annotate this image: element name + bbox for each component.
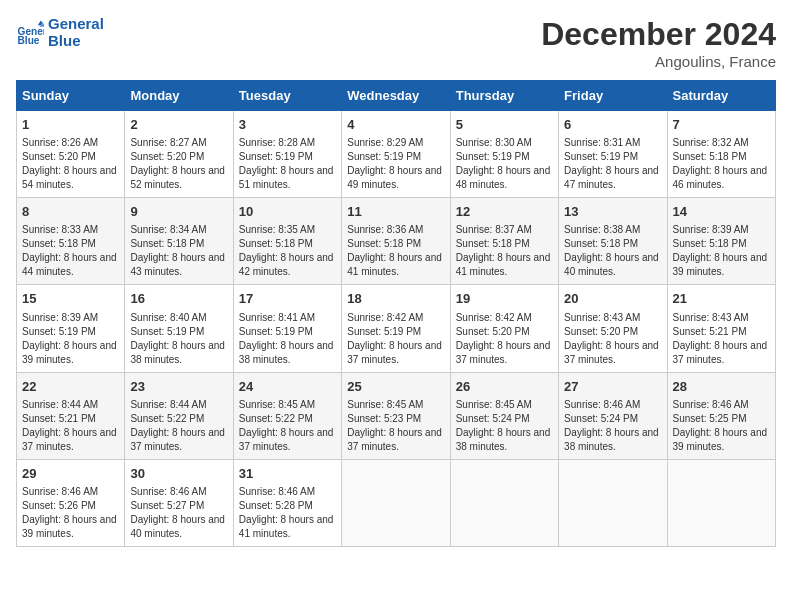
calendar-cell: 23Sunrise: 8:44 AM Sunset: 5:22 PM Dayli… bbox=[125, 372, 233, 459]
calendar-cell: 8Sunrise: 8:33 AM Sunset: 5:18 PM Daylig… bbox=[17, 198, 125, 285]
calendar-header-row: SundayMondayTuesdayWednesdayThursdayFrid… bbox=[17, 81, 776, 111]
day-detail: Sunrise: 8:45 AM Sunset: 5:24 PM Dayligh… bbox=[456, 398, 553, 454]
day-number: 31 bbox=[239, 465, 336, 483]
day-number: 21 bbox=[673, 290, 770, 308]
day-detail: Sunrise: 8:46 AM Sunset: 5:27 PM Dayligh… bbox=[130, 485, 227, 541]
calendar-table: SundayMondayTuesdayWednesdayThursdayFrid… bbox=[16, 80, 776, 547]
day-detail: Sunrise: 8:43 AM Sunset: 5:20 PM Dayligh… bbox=[564, 311, 661, 367]
calendar-cell: 2Sunrise: 8:27 AM Sunset: 5:20 PM Daylig… bbox=[125, 111, 233, 198]
day-detail: Sunrise: 8:40 AM Sunset: 5:19 PM Dayligh… bbox=[130, 311, 227, 367]
day-detail: Sunrise: 8:34 AM Sunset: 5:18 PM Dayligh… bbox=[130, 223, 227, 279]
calendar-cell: 4Sunrise: 8:29 AM Sunset: 5:19 PM Daylig… bbox=[342, 111, 450, 198]
calendar-cell: 20Sunrise: 8:43 AM Sunset: 5:20 PM Dayli… bbox=[559, 285, 667, 372]
day-detail: Sunrise: 8:32 AM Sunset: 5:18 PM Dayligh… bbox=[673, 136, 770, 192]
day-detail: Sunrise: 8:46 AM Sunset: 5:28 PM Dayligh… bbox=[239, 485, 336, 541]
logo-wordmark: General Blue bbox=[48, 16, 104, 49]
day-detail: Sunrise: 8:28 AM Sunset: 5:19 PM Dayligh… bbox=[239, 136, 336, 192]
day-number: 17 bbox=[239, 290, 336, 308]
calendar-cell: 13Sunrise: 8:38 AM Sunset: 5:18 PM Dayli… bbox=[559, 198, 667, 285]
logo-icon: General Blue bbox=[16, 19, 44, 47]
calendar-cell: 29Sunrise: 8:46 AM Sunset: 5:26 PM Dayli… bbox=[17, 459, 125, 546]
day-number: 25 bbox=[347, 378, 444, 396]
day-number: 27 bbox=[564, 378, 661, 396]
day-number: 7 bbox=[673, 116, 770, 134]
logo-line1: General bbox=[48, 16, 104, 33]
day-number: 26 bbox=[456, 378, 553, 396]
day-detail: Sunrise: 8:38 AM Sunset: 5:18 PM Dayligh… bbox=[564, 223, 661, 279]
calendar-cell bbox=[559, 459, 667, 546]
svg-text:Blue: Blue bbox=[18, 34, 40, 45]
calendar-cell: 12Sunrise: 8:37 AM Sunset: 5:18 PM Dayli… bbox=[450, 198, 558, 285]
calendar-cell: 9Sunrise: 8:34 AM Sunset: 5:18 PM Daylig… bbox=[125, 198, 233, 285]
calendar-cell: 17Sunrise: 8:41 AM Sunset: 5:19 PM Dayli… bbox=[233, 285, 341, 372]
day-number: 2 bbox=[130, 116, 227, 134]
day-detail: Sunrise: 8:46 AM Sunset: 5:25 PM Dayligh… bbox=[673, 398, 770, 454]
day-detail: Sunrise: 8:31 AM Sunset: 5:19 PM Dayligh… bbox=[564, 136, 661, 192]
day-number: 12 bbox=[456, 203, 553, 221]
day-number: 15 bbox=[22, 290, 119, 308]
day-detail: Sunrise: 8:30 AM Sunset: 5:19 PM Dayligh… bbox=[456, 136, 553, 192]
day-detail: Sunrise: 8:44 AM Sunset: 5:21 PM Dayligh… bbox=[22, 398, 119, 454]
day-detail: Sunrise: 8:39 AM Sunset: 5:18 PM Dayligh… bbox=[673, 223, 770, 279]
calendar-cell: 19Sunrise: 8:42 AM Sunset: 5:20 PM Dayli… bbox=[450, 285, 558, 372]
calendar-cell: 7Sunrise: 8:32 AM Sunset: 5:18 PM Daylig… bbox=[667, 111, 775, 198]
day-number: 23 bbox=[130, 378, 227, 396]
calendar-cell: 15Sunrise: 8:39 AM Sunset: 5:19 PM Dayli… bbox=[17, 285, 125, 372]
calendar-cell: 31Sunrise: 8:46 AM Sunset: 5:28 PM Dayli… bbox=[233, 459, 341, 546]
day-detail: Sunrise: 8:35 AM Sunset: 5:18 PM Dayligh… bbox=[239, 223, 336, 279]
day-detail: Sunrise: 8:33 AM Sunset: 5:18 PM Dayligh… bbox=[22, 223, 119, 279]
day-detail: Sunrise: 8:46 AM Sunset: 5:24 PM Dayligh… bbox=[564, 398, 661, 454]
calendar-cell: 6Sunrise: 8:31 AM Sunset: 5:19 PM Daylig… bbox=[559, 111, 667, 198]
calendar-cell: 27Sunrise: 8:46 AM Sunset: 5:24 PM Dayli… bbox=[559, 372, 667, 459]
calendar-cell: 21Sunrise: 8:43 AM Sunset: 5:21 PM Dayli… bbox=[667, 285, 775, 372]
calendar-cell bbox=[667, 459, 775, 546]
calendar-cell bbox=[342, 459, 450, 546]
day-detail: Sunrise: 8:46 AM Sunset: 5:26 PM Dayligh… bbox=[22, 485, 119, 541]
day-detail: Sunrise: 8:26 AM Sunset: 5:20 PM Dayligh… bbox=[22, 136, 119, 192]
calendar-cell: 25Sunrise: 8:45 AM Sunset: 5:23 PM Dayli… bbox=[342, 372, 450, 459]
day-number: 30 bbox=[130, 465, 227, 483]
day-number: 16 bbox=[130, 290, 227, 308]
day-number: 18 bbox=[347, 290, 444, 308]
calendar-cell: 26Sunrise: 8:45 AM Sunset: 5:24 PM Dayli… bbox=[450, 372, 558, 459]
calendar-cell bbox=[450, 459, 558, 546]
day-number: 11 bbox=[347, 203, 444, 221]
day-number: 24 bbox=[239, 378, 336, 396]
day-detail: Sunrise: 8:41 AM Sunset: 5:19 PM Dayligh… bbox=[239, 311, 336, 367]
calendar-cell: 16Sunrise: 8:40 AM Sunset: 5:19 PM Dayli… bbox=[125, 285, 233, 372]
week-row-2: 8Sunrise: 8:33 AM Sunset: 5:18 PM Daylig… bbox=[17, 198, 776, 285]
day-detail: Sunrise: 8:37 AM Sunset: 5:18 PM Dayligh… bbox=[456, 223, 553, 279]
calendar-cell: 22Sunrise: 8:44 AM Sunset: 5:21 PM Dayli… bbox=[17, 372, 125, 459]
day-number: 1 bbox=[22, 116, 119, 134]
day-number: 8 bbox=[22, 203, 119, 221]
day-number: 4 bbox=[347, 116, 444, 134]
day-header-monday: Monday bbox=[125, 81, 233, 111]
day-number: 20 bbox=[564, 290, 661, 308]
day-detail: Sunrise: 8:39 AM Sunset: 5:19 PM Dayligh… bbox=[22, 311, 119, 367]
day-header-thursday: Thursday bbox=[450, 81, 558, 111]
day-detail: Sunrise: 8:42 AM Sunset: 5:20 PM Dayligh… bbox=[456, 311, 553, 367]
location-title: Angoulins, France bbox=[541, 53, 776, 70]
calendar-cell: 5Sunrise: 8:30 AM Sunset: 5:19 PM Daylig… bbox=[450, 111, 558, 198]
logo: General Blue General Blue bbox=[16, 16, 104, 49]
day-number: 14 bbox=[673, 203, 770, 221]
day-header-wednesday: Wednesday bbox=[342, 81, 450, 111]
month-title: December 2024 bbox=[541, 16, 776, 53]
day-number: 6 bbox=[564, 116, 661, 134]
day-number: 5 bbox=[456, 116, 553, 134]
day-number: 9 bbox=[130, 203, 227, 221]
logo-line2: Blue bbox=[48, 33, 104, 50]
day-detail: Sunrise: 8:42 AM Sunset: 5:19 PM Dayligh… bbox=[347, 311, 444, 367]
day-number: 10 bbox=[239, 203, 336, 221]
day-header-sunday: Sunday bbox=[17, 81, 125, 111]
day-detail: Sunrise: 8:27 AM Sunset: 5:20 PM Dayligh… bbox=[130, 136, 227, 192]
day-detail: Sunrise: 8:36 AM Sunset: 5:18 PM Dayligh… bbox=[347, 223, 444, 279]
day-number: 19 bbox=[456, 290, 553, 308]
week-row-4: 22Sunrise: 8:44 AM Sunset: 5:21 PM Dayli… bbox=[17, 372, 776, 459]
calendar-cell: 1Sunrise: 8:26 AM Sunset: 5:20 PM Daylig… bbox=[17, 111, 125, 198]
day-header-saturday: Saturday bbox=[667, 81, 775, 111]
day-number: 3 bbox=[239, 116, 336, 134]
week-row-1: 1Sunrise: 8:26 AM Sunset: 5:20 PM Daylig… bbox=[17, 111, 776, 198]
calendar-cell: 14Sunrise: 8:39 AM Sunset: 5:18 PM Dayli… bbox=[667, 198, 775, 285]
header: General Blue General Blue December 2024 … bbox=[16, 16, 776, 70]
